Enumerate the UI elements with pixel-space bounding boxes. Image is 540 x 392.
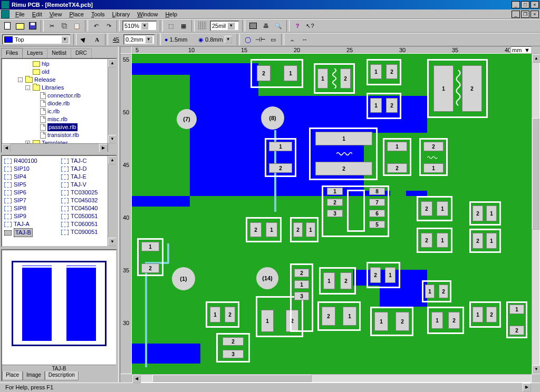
pad[interactable]: 2 (448, 312, 460, 329)
tree-item[interactable]: hlp (3, 60, 115, 68)
pad[interactable]: 3 (294, 292, 309, 300)
scroll-left-button[interactable]: ◀ (2, 144, 11, 152)
pad[interactable]: 2 (462, 65, 482, 112)
menu-help[interactable]: Help (161, 11, 181, 18)
list-item[interactable]: TAJ-C (61, 157, 114, 165)
zoom-combo[interactable]: 510%▼ (122, 21, 157, 31)
pad[interactable]: 1 (294, 280, 309, 289)
via-7[interactable]: (7) (177, 109, 197, 129)
list-item[interactable]: SIP9 (4, 212, 57, 220)
preview-button[interactable]: 🔍 (273, 20, 284, 32)
dropdown-icon[interactable]: ▼ (61, 36, 69, 43)
list-item[interactable]: SIP5 (4, 181, 57, 189)
tree-item[interactable]: connector.rlb (3, 92, 115, 100)
menu-view[interactable]: View (46, 11, 66, 18)
tree-item[interactable]: ic.rlb (3, 107, 115, 115)
pad[interactable]: 1 (370, 98, 382, 113)
tree-item[interactable]: misc.rlb (3, 115, 115, 123)
pad[interactable]: 3 (327, 210, 343, 217)
dim-tool-button[interactable]: ↔ (299, 34, 311, 45)
scroll-down-button[interactable]: ▼ (108, 135, 117, 143)
menu-tools[interactable]: Tools (88, 11, 109, 18)
grid-button[interactable] (197, 20, 208, 32)
list-item[interactable]: TC030025 (61, 189, 114, 197)
list-item[interactable]: TC045040 (61, 204, 114, 212)
new-button[interactable] (2, 20, 13, 32)
pad[interactable]: 1 (210, 307, 220, 322)
list-vscroll[interactable]: ▲ ▼ (108, 156, 116, 246)
select-tool-button[interactable] (79, 34, 90, 45)
pad[interactable]: 1 (437, 201, 448, 216)
pad[interactable]: 2 (396, 312, 409, 331)
pad[interactable]: 2 (223, 337, 244, 346)
list-item[interactable]: SIP4 (4, 173, 57, 181)
pad[interactable]: 1 (425, 285, 435, 298)
tree-item[interactable]: passive.rlb (3, 123, 115, 131)
pad[interactable]: 1 (437, 233, 448, 248)
minimize-button[interactable]: _ (512, 1, 520, 8)
pad[interactable]: 1 (323, 272, 335, 289)
scroll-up-button[interactable]: ▲ (532, 54, 540, 63)
list-item[interactable]: TC050051 (61, 212, 114, 220)
paste-button[interactable]: 📋 (71, 20, 83, 32)
unit-combo[interactable]: mm▼ (510, 46, 532, 54)
canvas-hscroll[interactable]: ◀ ▶ (132, 374, 532, 383)
pad[interactable]: 2 (293, 222, 303, 237)
menu-window[interactable]: Window (133, 11, 161, 18)
scroll-down-button[interactable]: ▼ (532, 365, 540, 374)
maximize-button[interactable]: □ (521, 1, 529, 8)
pad[interactable]: 1 (266, 222, 277, 237)
dropdown-icon[interactable]: ▼ (227, 22, 235, 30)
copy-button[interactable]: ⿻ (59, 20, 70, 32)
list-item[interactable]: TAJ-B (4, 228, 57, 237)
tree-item[interactable]: transistor.rlb (3, 131, 115, 139)
print-button[interactable] (247, 20, 259, 32)
cap-tool-button[interactable]: ⊣⊢ (255, 34, 266, 45)
tree-item[interactable]: -Release (3, 76, 115, 84)
pad[interactable]: 2 (472, 205, 483, 221)
redo-button[interactable]: ↷ (103, 20, 114, 32)
text-tool-button[interactable]: A (91, 34, 103, 45)
pad[interactable]: 3 (223, 350, 244, 358)
pad[interactable]: 2 (421, 233, 432, 248)
trace-width-combo[interactable]: 0.2mm▼ (123, 34, 155, 45)
tree-hscroll[interactable]: ◀ ▶ (2, 143, 108, 152)
pad[interactable]: 1 (374, 312, 388, 331)
scroll-thumb[interactable] (532, 118, 539, 230)
menu-place[interactable]: Place (65, 11, 88, 18)
pad[interactable]: 2 (439, 285, 448, 298)
plot-button[interactable]: 🖶 (260, 20, 272, 32)
grid-combo[interactable]: 25mil▼ (210, 21, 239, 31)
list-item[interactable]: TAJ-E (61, 173, 114, 181)
pad[interactable]: 1 (317, 68, 328, 89)
tab-drc[interactable]: DRC (71, 48, 92, 58)
list-item[interactable]: SIP8 (4, 204, 57, 212)
file-tree-panel[interactable]: hlpold-Release-Librariesconnector.rlbdio… (1, 58, 117, 153)
preview-tab-image[interactable]: Image (23, 371, 45, 380)
pad[interactable]: 1 (284, 65, 297, 81)
list-item[interactable]: SIP6 (4, 189, 57, 197)
list-item[interactable]: R400100 (4, 157, 57, 165)
via-1[interactable]: (1) (172, 267, 195, 290)
pad[interactable]: 1 (472, 307, 483, 322)
list-item[interactable]: TC090051 (61, 228, 114, 236)
dropdown-icon[interactable]: ▼ (225, 36, 232, 43)
tree-item[interactable]: diode.rlb (3, 100, 115, 107)
pad[interactable]: 1 (509, 305, 524, 314)
pad[interactable]: 1 (306, 222, 315, 237)
pad[interactable]: 1 (141, 242, 159, 251)
dropdown-icon[interactable]: ▼ (141, 22, 148, 30)
pad[interactable]: 2 (269, 163, 292, 173)
list-item[interactable]: TC060051 (61, 220, 114, 228)
tree-vscroll[interactable]: ▲ ▼ (108, 59, 116, 152)
via-tool-button[interactable]: ◯ (242, 34, 254, 45)
pad[interactable]: 1 (315, 132, 372, 145)
pad[interactable]: 1 (423, 163, 443, 173)
pad[interactable]: 2 (257, 65, 271, 81)
mdi-minimize-button[interactable]: _ (512, 11, 520, 18)
list-item[interactable]: TC045032 (61, 197, 114, 204)
pad[interactable]: 2 (294, 269, 309, 277)
list-item[interactable]: TAJ-A (4, 220, 57, 228)
tab-files[interactable]: Files (1, 48, 23, 57)
pad[interactable]: 1 (486, 205, 497, 221)
